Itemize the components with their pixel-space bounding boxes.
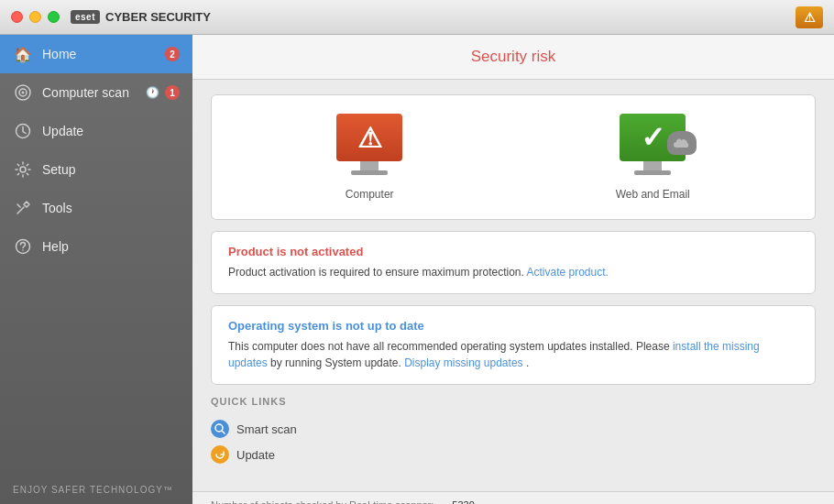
app-body: 🏠 Home 2 Computer scan 🕐 1 [0, 35, 834, 504]
update-icon [13, 121, 33, 141]
main-content: Security risk ⚠ Computer [192, 35, 834, 504]
svg-point-2 [22, 92, 25, 94]
stat-label-1: Number of objects checked by Real-time s… [211, 499, 433, 504]
status-cards: ⚠ Computer ✓ [211, 94, 816, 220]
computer-scan-icon [13, 82, 33, 103]
check-symbol: ✓ [641, 120, 665, 155]
tools-icon [13, 198, 33, 218]
update-ql-label: Update [236, 448, 275, 462]
os-text-end: . [526, 356, 529, 369]
os-text-mid: by running System update. [270, 356, 401, 369]
computer-monitor: ⚠ [336, 114, 402, 175]
smart-scan-label: Smart scan [236, 422, 297, 436]
alert-icon: ⚠ [804, 10, 816, 25]
monitor-base-left [351, 170, 388, 175]
cloud-icon [673, 137, 691, 149]
scan-icon [211, 420, 229, 438]
svg-point-4 [20, 167, 26, 172]
stat-row-1: Number of objects checked by Real-time s… [211, 499, 816, 504]
monitor-base-right [634, 170, 671, 175]
scan-icon-svg [214, 423, 225, 434]
main-header: Security risk [192, 35, 834, 80]
setup-icon [13, 159, 33, 180]
cloud-badge [667, 131, 697, 155]
svg-point-6 [22, 249, 24, 251]
scan-right: 🕐 1 [146, 85, 180, 100]
stat-value-1: 5330 [452, 499, 474, 504]
home-icon: 🏠 [13, 44, 33, 64]
sidebar-label-home: Home [42, 47, 76, 61]
sidebar-item-help[interactable]: Help [0, 227, 192, 266]
sidebar-item-tools[interactable]: Tools [0, 189, 192, 227]
svg-line-8 [222, 431, 225, 433]
os-text-start: This computer does not have all recommen… [228, 340, 670, 353]
quick-link-update[interactable]: Update [211, 442, 816, 467]
help-icon [13, 236, 33, 257]
scan-badge: 1 [165, 85, 180, 100]
sidebar-label-update: Update [42, 124, 83, 138]
title-bar: eset CYBER SECURITY ⚠ [0, 0, 834, 35]
content-area: ⚠ Computer ✓ [192, 80, 834, 491]
activation-text: Product activation is required to ensure… [228, 264, 798, 280]
minimize-button[interactable] [29, 11, 41, 23]
update-icon-svg [214, 449, 225, 460]
sidebar-label-tools: Tools [42, 201, 72, 215]
clock-icon: 🕐 [146, 86, 159, 99]
os-update-title: Operating system is not up to date [228, 319, 798, 333]
sidebar-item-setup[interactable]: Setup [0, 150, 192, 189]
activation-text-body: Product activation is required to ensure… [228, 266, 524, 279]
sidebar-footer: ENJOY SAFER TECHNOLOGY™ [0, 476, 192, 504]
quick-links: QUICK LINKS Smart scan [211, 396, 816, 477]
sidebar-label-setup: Setup [42, 162, 76, 177]
web-email-monitor-wrap: ✓ [620, 114, 686, 175]
sidebar: 🏠 Home 2 Computer scan 🕐 1 [0, 35, 192, 504]
web-email-card: ✓ Web and Email [616, 114, 690, 201]
quick-link-smart-scan[interactable]: Smart scan [211, 416, 816, 442]
home-badge: 2 [165, 47, 180, 61]
computer-monitor-screen: ⚠ [336, 114, 402, 161]
computer-card-label: Computer [346, 188, 394, 201]
sidebar-item-home[interactable]: 🏠 Home 2 [0, 35, 192, 73]
sidebar-item-update[interactable]: Update [0, 112, 192, 150]
quick-links-title: QUICK LINKS [211, 396, 816, 407]
alert-button[interactable]: ⚠ [796, 6, 823, 28]
footer-stats: Number of objects checked by Real-time s… [192, 491, 834, 504]
eset-badge: eset [71, 10, 100, 24]
display-updates-link[interactable]: Display missing updates [404, 356, 522, 369]
sidebar-label-help: Help [42, 239, 69, 254]
computer-card: ⚠ Computer [336, 114, 402, 201]
sidebar-label-scan: Computer scan [42, 85, 129, 100]
activate-product-link[interactable]: Activate product. [527, 266, 609, 279]
update-ql-icon [211, 445, 229, 464]
close-button[interactable] [11, 11, 23, 23]
web-email-card-label: Web and Email [616, 188, 690, 201]
maximize-button[interactable] [48, 11, 60, 23]
app-title: CYBER SECURITY [105, 10, 211, 24]
activation-title: Product is not activated [228, 245, 798, 258]
monitor-stand-right [643, 161, 662, 170]
traffic-lights [11, 11, 60, 23]
warning-symbol: ⚠ [357, 122, 382, 154]
os-update-text: This computer does not have all recommen… [228, 338, 798, 371]
app-logo: eset CYBER SECURITY [71, 10, 211, 24]
os-update-alert: Operating system is not up to date This … [211, 305, 816, 385]
monitor-stand-left [360, 161, 379, 170]
sidebar-item-computer-scan[interactable]: Computer scan 🕐 1 [0, 73, 192, 112]
activation-alert: Product is not activated Product activat… [211, 231, 816, 294]
